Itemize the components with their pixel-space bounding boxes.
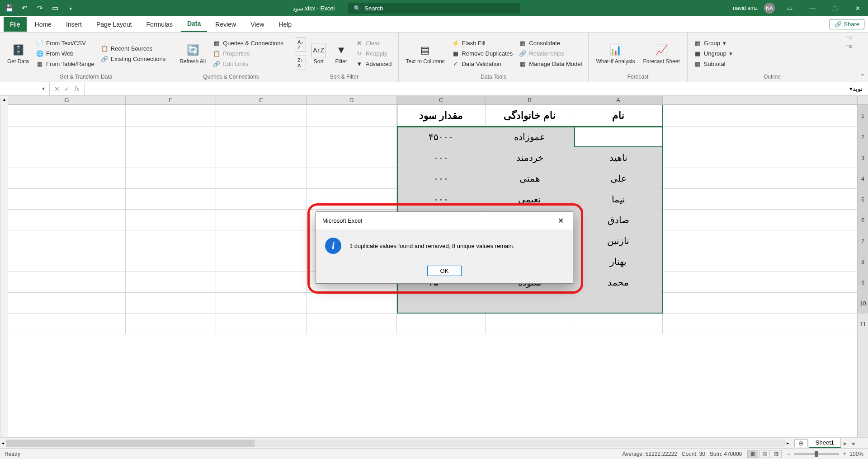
- sort-desc-button[interactable]: Z↓A: [295, 56, 306, 70]
- user-avatar[interactable]: NA: [764, 3, 775, 14]
- row-header-5[interactable]: 5: [858, 189, 868, 210]
- from-table-button[interactable]: ▦From Table/Range: [34, 60, 96, 69]
- redo-icon[interactable]: ↷: [33, 2, 46, 14]
- cell-E6[interactable]: [216, 210, 307, 230]
- user-name[interactable]: navid amz: [733, 5, 758, 11]
- cell-C11[interactable]: [397, 314, 486, 334]
- cell-E2[interactable]: [216, 126, 307, 147]
- flash-fill-button[interactable]: ⚡Flash Fill: [450, 39, 515, 48]
- column-header-B[interactable]: B: [486, 96, 574, 104]
- cell-E9[interactable]: [216, 272, 307, 292]
- cell-B2[interactable]: عموزاده: [486, 126, 574, 147]
- advanced-button[interactable]: ▼Advanced: [354, 60, 394, 69]
- column-header-C[interactable]: C: [397, 96, 486, 104]
- cell-C4[interactable]: ۰۰۰: [397, 168, 486, 188]
- queries-connections-button[interactable]: ▦Queries & Connections: [211, 39, 285, 48]
- cell-B10[interactable]: [486, 293, 574, 313]
- cell-A11[interactable]: [574, 314, 663, 334]
- cell-F6[interactable]: [126, 210, 216, 230]
- zoom-control[interactable]: − + 100%: [787, 451, 863, 457]
- zoom-in-icon[interactable]: +: [843, 451, 846, 457]
- tab-data[interactable]: Data: [181, 16, 207, 32]
- tab-formulas[interactable]: Formulas: [140, 17, 179, 32]
- cell-E7[interactable]: [216, 230, 307, 251]
- zoom-slider[interactable]: [794, 453, 839, 455]
- cell-C3[interactable]: ۰۰۰: [397, 147, 486, 168]
- text-to-columns-button[interactable]: ▤ Text to Columns: [403, 41, 448, 66]
- row-header-9[interactable]: 9: [858, 272, 868, 293]
- search-box[interactable]: 🔍 Search: [348, 3, 520, 14]
- minimize-icon[interactable]: —: [802, 0, 823, 16]
- cell-A1[interactable]: نام: [574, 105, 663, 126]
- cell-C2[interactable]: ۴۵۰۰۰: [397, 126, 486, 147]
- sheet-tab[interactable]: Sheet1: [809, 438, 841, 448]
- filter-button[interactable]: ▼ Filter: [331, 41, 351, 66]
- from-text-csv-button[interactable]: 📄From Text/CSV: [34, 39, 96, 48]
- cell-D2[interactable]: [307, 126, 397, 147]
- from-web-button[interactable]: 🌐From Web: [34, 49, 96, 58]
- cell-G5[interactable]: [8, 189, 126, 209]
- cell-B5[interactable]: نعیمی: [486, 189, 574, 209]
- cell-A7[interactable]: نازنین: [574, 230, 663, 251]
- cell-F11[interactable]: [126, 314, 216, 334]
- cell-F8[interactable]: [126, 251, 216, 272]
- row-header-6[interactable]: 6: [858, 210, 868, 230]
- group-button[interactable]: ▦Group ▾: [692, 39, 734, 48]
- cell-F4[interactable]: [126, 168, 216, 188]
- row-header-1[interactable]: 1: [858, 105, 868, 126]
- scroll-thumb[interactable]: [6, 440, 255, 447]
- expand-icon[interactable]: ⁺≡: [845, 34, 852, 42]
- cell-G10[interactable]: [8, 293, 126, 313]
- column-header-G[interactable]: G: [8, 96, 126, 104]
- column-header-E[interactable]: E: [216, 96, 307, 104]
- cell-G4[interactable]: [8, 168, 126, 188]
- cell-B11[interactable]: [486, 314, 574, 334]
- cell-G1[interactable]: [8, 105, 126, 126]
- cell-A9[interactable]: محمد: [574, 272, 663, 292]
- new-sheet-button[interactable]: ⊕: [794, 439, 808, 447]
- qat-icon[interactable]: ▭: [49, 2, 61, 14]
- cell-F5[interactable]: [126, 189, 216, 209]
- dialog-close-icon[interactable]: ✕: [555, 216, 566, 225]
- ungroup-button[interactable]: ▦Ungroup ▾: [692, 49, 734, 58]
- row-header-3[interactable]: 3: [858, 147, 868, 168]
- cell-A6[interactable]: صادق: [574, 210, 663, 230]
- tab-help[interactable]: Help: [272, 17, 298, 32]
- cell-D3[interactable]: [307, 147, 397, 168]
- cell-G8[interactable]: [8, 251, 126, 272]
- cell-B3[interactable]: خردمند: [486, 147, 574, 168]
- cell-E8[interactable]: [216, 251, 307, 272]
- row-header-8[interactable]: 8: [858, 251, 868, 272]
- row-header-2[interactable]: 2: [858, 126, 868, 147]
- cell-F2[interactable]: [126, 126, 216, 147]
- cell-A8[interactable]: بهنار: [574, 251, 663, 272]
- manage-data-model-button[interactable]: ▦Manage Data Model: [517, 60, 584, 69]
- page-break-view-icon[interactable]: ▥: [771, 450, 782, 458]
- row-header-7[interactable]: 7: [858, 230, 868, 251]
- collapse-icon[interactable]: ⁻≡: [845, 43, 852, 50]
- cell-G7[interactable]: [8, 230, 126, 251]
- forecast-sheet-button[interactable]: 📈 Forecast Sheet: [640, 41, 682, 66]
- existing-connections-button[interactable]: 🔗Existing Connections: [99, 54, 167, 63]
- cell-B1[interactable]: نام خانوادگی: [486, 105, 574, 126]
- row-header-10[interactable]: 10: [858, 293, 868, 314]
- fx-icon[interactable]: fx: [72, 85, 81, 93]
- maximize-icon[interactable]: ▢: [825, 0, 845, 16]
- row-header-11[interactable]: 11: [858, 314, 868, 334]
- row-header-4[interactable]: 4: [858, 168, 868, 189]
- tab-review[interactable]: Review: [209, 17, 242, 32]
- undo-icon[interactable]: ↶: [18, 2, 31, 14]
- normal-view-icon[interactable]: ▦: [747, 450, 758, 458]
- save-icon[interactable]: 💾: [3, 2, 15, 14]
- cell-G11[interactable]: [8, 314, 126, 334]
- cell-A3[interactable]: ناهید: [574, 147, 663, 168]
- column-header-A[interactable]: A: [574, 96, 663, 104]
- data-validation-button[interactable]: ✓Data Validation: [450, 60, 515, 69]
- get-data-button[interactable]: 🗄️ Get Data: [5, 41, 32, 66]
- cell-F3[interactable]: [126, 147, 216, 168]
- tab-home[interactable]: Home: [28, 17, 58, 32]
- cell-E5[interactable]: [216, 189, 307, 209]
- cell-F1[interactable]: [126, 105, 216, 126]
- column-header-F[interactable]: F: [126, 96, 216, 104]
- collapse-ribbon-icon[interactable]: ⌃: [857, 33, 868, 82]
